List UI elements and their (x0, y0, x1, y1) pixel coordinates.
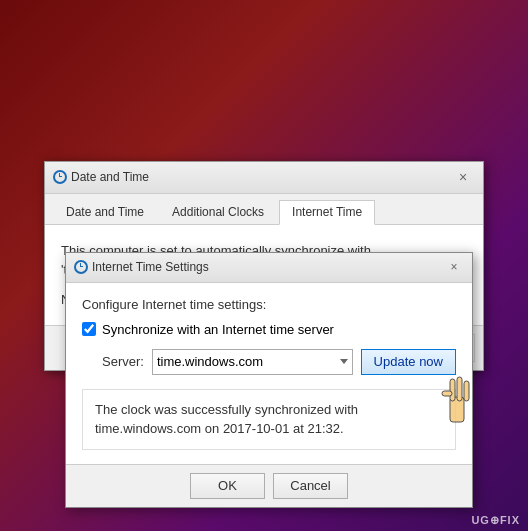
main-window: Date and Time × Date and Time Additional… (44, 161, 484, 371)
server-label: Server: (102, 354, 144, 369)
inner-ok-button[interactable]: OK (190, 473, 265, 499)
tab-internet-time[interactable]: Internet Time (279, 200, 375, 225)
inner-close-button[interactable]: × (444, 257, 464, 277)
tab-bar: Date and Time Additional Clocks Internet… (45, 194, 483, 225)
main-window-title: Date and Time (71, 170, 451, 184)
watermark: UG⊕FIX (471, 514, 520, 527)
main-close-button[interactable]: × (451, 165, 475, 189)
inner-dialog: Internet Time Settings × Configure Inter… (65, 252, 473, 508)
inner-cancel-button[interactable]: Cancel (273, 473, 348, 499)
main-content: This computer is set to automatically sy… (45, 225, 483, 325)
checkbox-row: Synchronize with an Internet time server (82, 322, 456, 337)
inner-title-bar: Internet Time Settings × (66, 253, 472, 283)
sync-result-box: The clock was successfully synchronized … (82, 389, 456, 450)
inner-footer: OK Cancel (66, 464, 472, 507)
tab-date-time[interactable]: Date and Time (53, 200, 157, 224)
tab-additional-clocks[interactable]: Additional Clocks (159, 200, 277, 224)
configure-label: Configure Internet time settings: (82, 297, 456, 312)
server-row: Server: time.windows.com time.nist.gov p… (82, 349, 456, 375)
sync-checkbox[interactable] (82, 322, 96, 336)
server-select[interactable]: time.windows.com time.nist.gov pool.ntp.… (152, 349, 353, 375)
sync-result-text: The clock was successfully synchronized … (95, 400, 443, 439)
update-now-button[interactable]: Update now (361, 349, 456, 375)
inner-clock-icon (74, 260, 88, 274)
inner-content: Configure Internet time settings: Synchr… (66, 283, 472, 464)
main-title-bar: Date and Time × (45, 162, 483, 194)
inner-dialog-title: Internet Time Settings (92, 260, 444, 274)
clock-icon (53, 170, 67, 184)
sync-checkbox-label: Synchronize with an Internet time server (102, 322, 334, 337)
